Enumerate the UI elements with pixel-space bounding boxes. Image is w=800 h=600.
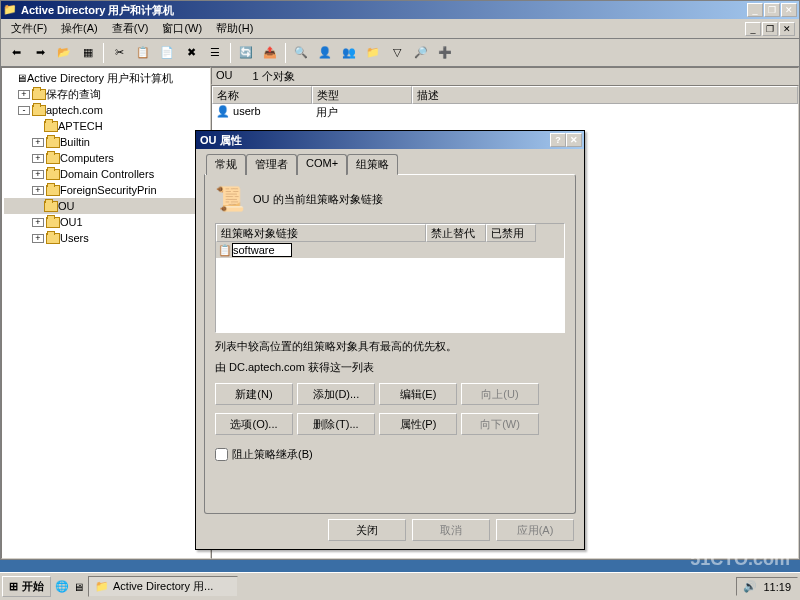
folder-icon (44, 121, 58, 132)
props-button[interactable]: 属性(P) (379, 413, 457, 435)
menu-window[interactable]: 窗口(W) (156, 19, 208, 38)
col-desc[interactable]: 描述 (412, 86, 798, 104)
dialog-tabs: 常规 管理者 COM+ 组策略 (206, 153, 580, 174)
tray-icon[interactable]: 🔊 (743, 580, 757, 593)
menu-view[interactable]: 查看(V) (106, 19, 155, 38)
refresh-button[interactable]: 🔄 (235, 42, 257, 64)
search-button[interactable]: 🔎 (410, 42, 432, 64)
dialog-help-button[interactable]: ? (550, 133, 566, 147)
gpo-icon: 📋 (218, 244, 232, 257)
tab-gpo[interactable]: 组策略 (347, 154, 398, 175)
ou-button[interactable]: 📁 (362, 42, 384, 64)
tree-item[interactable]: OU (4, 198, 208, 214)
tree-label: 保存的查询 (46, 87, 101, 102)
mdi-close[interactable]: ✕ (779, 22, 795, 36)
restore-button[interactable]: ❐ (764, 3, 780, 17)
filter-button[interactable]: ▽ (386, 42, 408, 64)
tab-general[interactable]: 常规 (206, 154, 246, 175)
tab-panel: 📜 OU 的当前组策略对象链接 组策略对象链接 禁止替代 已禁用 📋 列表中较高… (204, 174, 576, 514)
tab-com[interactable]: COM+ (297, 154, 347, 175)
add-button[interactable]: 添加(D)... (297, 383, 375, 405)
delete-button[interactable]: 删除(T)... (297, 413, 375, 435)
up-button: 向上(U) (461, 383, 539, 405)
delete-button[interactable]: ✖ (180, 42, 202, 64)
col-type[interactable]: 类型 (312, 86, 412, 104)
menu-help[interactable]: 帮助(H) (210, 19, 259, 38)
tree-label: Builtin (60, 136, 90, 148)
mdi-minimize[interactable]: _ (745, 22, 761, 36)
start-button[interactable]: ⊞ 开始 (2, 576, 51, 597)
list-row[interactable]: 👤 userb 用户 (212, 104, 798, 121)
folder-icon (46, 217, 60, 228)
col-name[interactable]: 名称 (212, 86, 312, 104)
properties-dialog: OU 属性 ? ✕ 常规 管理者 COM+ 组策略 📜 OU 的当前组策略对象链… (195, 130, 585, 550)
add-button[interactable]: ➕ (434, 42, 456, 64)
apply-button: 应用(A) (496, 519, 574, 541)
titlebar: 📁 Active Directory 用户和计算机 _ ❐ ✕ (1, 1, 799, 19)
folder-icon (46, 185, 60, 196)
dialog-close-button[interactable]: ✕ (566, 133, 582, 147)
back-button[interactable]: ⬅ (5, 42, 27, 64)
folder-icon (46, 153, 60, 164)
taskbar-task[interactable]: 📁 Active Directory 用... (88, 576, 238, 597)
tree-item[interactable]: + Domain Controllers (4, 166, 208, 182)
tab-manager[interactable]: 管理者 (246, 154, 297, 175)
gpo-col-override[interactable]: 禁止替代 (426, 224, 486, 242)
taskbar: ⊞ 开始 🌐 🖥 📁 Active Directory 用... 🔊 11:19 (0, 572, 800, 600)
mdi-restore[interactable]: ❐ (762, 22, 778, 36)
tree-item[interactable]: + Users (4, 230, 208, 246)
up-button[interactable]: 📂 (53, 42, 75, 64)
forward-button[interactable]: ➡ (29, 42, 51, 64)
gpo-header-text: OU 的当前组策略对象链接 (253, 192, 383, 207)
properties-button[interactable]: ☰ (204, 42, 226, 64)
copy-button[interactable]: 📋 (132, 42, 154, 64)
pathbar: OU 1 个对象 (211, 67, 799, 85)
group-button[interactable]: 👥 (338, 42, 360, 64)
app-icon: 📁 (3, 3, 17, 17)
tree-item[interactable]: + OU1 (4, 214, 208, 230)
edit-button[interactable]: 编辑(E) (379, 383, 457, 405)
close-button[interactable]: ✕ (781, 3, 797, 17)
gpo-col-link[interactable]: 组策略对象链接 (216, 224, 426, 242)
show-button[interactable]: ▦ (77, 42, 99, 64)
minimize-button[interactable]: _ (747, 3, 763, 17)
dialog-titlebar: OU 属性 ? ✕ (196, 131, 584, 149)
menu-file[interactable]: 文件(F) (5, 19, 53, 38)
tree-label: Computers (60, 152, 114, 164)
tree-item[interactable]: + Computers (4, 150, 208, 166)
tree-item[interactable]: - aptech.com (4, 102, 208, 118)
find-button[interactable]: 🔍 (290, 42, 312, 64)
gpo-name-input[interactable] (232, 243, 292, 257)
options-button[interactable]: 选项(O)... (215, 413, 293, 435)
tree-root[interactable]: 🖥 Active Directory 用户和计算机 (4, 70, 208, 86)
tree-view[interactable]: 🖥 Active Directory 用户和计算机 + 保存的查询- aptec… (1, 67, 211, 559)
tree-item[interactable]: + Builtin (4, 134, 208, 150)
quick-ie-icon[interactable]: 🌐 (55, 580, 69, 593)
block-inherit-checkbox[interactable] (215, 448, 228, 461)
tree-label: aptech.com (46, 104, 103, 116)
folder-icon (32, 89, 46, 100)
user-button[interactable]: 👤 (314, 42, 336, 64)
folder-icon (44, 201, 58, 212)
dialog-title: OU 属性 (198, 133, 550, 148)
paste-button[interactable]: 📄 (156, 42, 178, 64)
tree-item[interactable]: + 保存的查询 (4, 86, 208, 102)
gpo-list[interactable]: 组策略对象链接 禁止替代 已禁用 📋 (215, 223, 565, 333)
folder-icon (46, 137, 60, 148)
close-button[interactable]: 关闭 (328, 519, 406, 541)
new-button[interactable]: 新建(N) (215, 383, 293, 405)
hint-priority: 列表中较高位置的组策略对象具有最高的优先权。 (215, 339, 565, 354)
gpo-item[interactable]: 📋 (216, 242, 564, 258)
export-button[interactable]: 📤 (259, 42, 281, 64)
folder-icon (46, 169, 60, 180)
toolbar: ⬅ ➡ 📂 ▦ ✂ 📋 📄 ✖ ☰ 🔄 📤 🔍 👤 👥 📁 ▽ 🔎 ➕ (1, 39, 799, 67)
system-tray[interactable]: 🔊 11:19 (736, 577, 798, 596)
menu-action[interactable]: 操作(A) (55, 19, 104, 38)
task-icon: 📁 (95, 580, 109, 593)
tree-label: APTECH (58, 120, 103, 132)
gpo-col-disabled[interactable]: 已禁用 (486, 224, 536, 242)
quick-desktop-icon[interactable]: 🖥 (73, 581, 84, 593)
tree-item[interactable]: APTECH (4, 118, 208, 134)
tree-item[interactable]: + ForeignSecurityPrin (4, 182, 208, 198)
cut-button[interactable]: ✂ (108, 42, 130, 64)
